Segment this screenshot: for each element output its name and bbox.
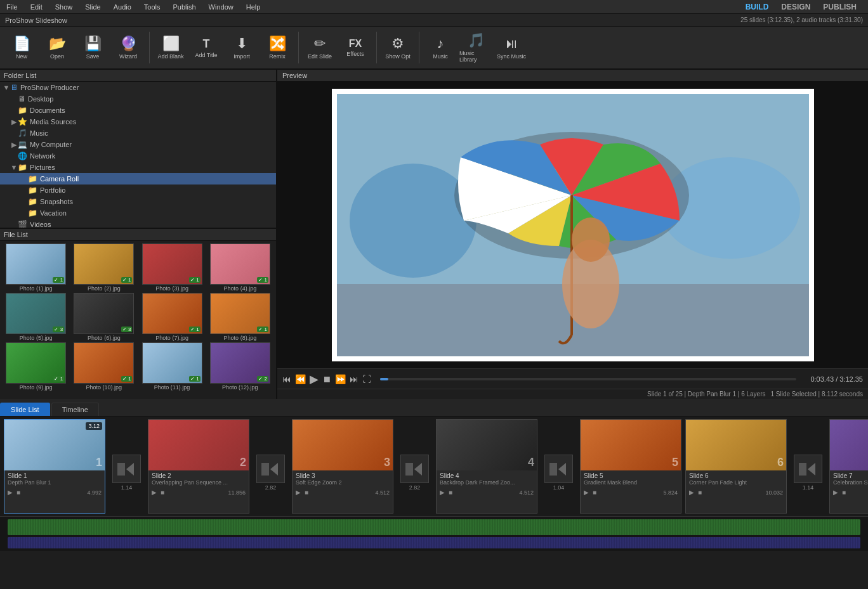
slide-stop-btn[interactable]: ■ [698,489,702,496]
menu-audio[interactable]: Audio [107,2,138,12]
file-item[interactable]: ✓ 1Photo (4).jpg [207,243,273,292]
tree-folder-icon: 💻 [18,140,27,149]
slide-play-btn[interactable]: ▶ [689,489,694,496]
slide-stop-btn[interactable]: ■ [161,489,164,496]
tree-item-label: Desktop [28,95,53,103]
progress-bar[interactable] [380,378,796,380]
slide-item-4[interactable]: 4Slide 4Backdrop Dark Framed Zoo...▶■4.5… [436,419,537,514]
play-button[interactable]: ▶ [310,372,319,386]
tree-arrow: ▼ [3,84,10,91]
design-button[interactable]: DESIGN [776,1,815,13]
slide-item-7[interactable]: 7Slide 7Celebration Singl...▶■ [829,419,868,514]
add-title-button[interactable]: T Add Title [190,29,223,66]
slide-play-btn[interactable]: ▶ [296,489,301,496]
tree-item-videos[interactable]: 🎬Videos [0,219,276,228]
file-item[interactable]: ✓ 2Photo (12).jpg [207,342,273,391]
show-opt-button[interactable]: ⚙ Show Opt [381,29,414,66]
slide-play-btn[interactable]: ▶ [152,489,157,496]
transition-item[interactable]: 2.82 [397,419,432,514]
menu-tools[interactable]: Tools [138,2,167,12]
publish-button[interactable]: PUBLISH [818,1,862,13]
tab-timeline[interactable]: Timeline [51,403,99,416]
file-item[interactable]: ✓ 1Photo (1).jpg [3,243,69,292]
save-button[interactable]: 💾 Save [76,29,109,66]
slide-item-2[interactable]: 2Slide 2Overlapping Pan Sequence ...▶■11… [148,419,249,514]
slide-stop-btn[interactable]: ■ [842,489,846,496]
slide-play-btn[interactable]: ▶ [584,489,589,496]
tree-item-desktop[interactable]: 🖥Desktop [0,93,276,105]
file-item[interactable]: ✓ 1Photo (8).jpg [207,293,273,341]
menu-publish[interactable]: Publish [167,2,202,12]
tree-item-snapshots[interactable]: 📁Snapshots [0,196,276,207]
stop-button[interactable]: ⏹ [322,374,331,384]
effects-button[interactable]: FX Effects [339,29,372,66]
music-library-button[interactable]: 🎵 Music Library [459,29,492,66]
progress-fill [380,378,388,380]
slide-stop-btn[interactable]: ■ [449,489,452,496]
build-button[interactable]: BUILD [740,1,774,13]
skip-to-end-button[interactable]: ⏭ [350,374,358,384]
tree-folder-icon: ⭐ [18,117,27,126]
tree-item-documents[interactable]: 📁Documents [0,105,276,116]
slide-stop-btn[interactable]: ■ [593,489,596,496]
add-blank-button[interactable]: ⬜ Add Blank [154,29,187,66]
slide-thumbnail: 3.121 [4,420,105,470]
slide-stop-btn[interactable]: ■ [305,489,308,496]
slide-item-1[interactable]: 3.121Slide 1Depth Pan Blur 1▶■4.992 [4,419,105,514]
transition-icon [405,460,424,479]
transition-item[interactable]: 2.82 [253,419,288,514]
slide-item-6[interactable]: 6Slide 6Corner Pan Fade Light▶■10.032 [685,419,787,514]
tree-item-my-computer[interactable]: ▶💻My Computer [0,139,276,150]
new-button[interactable]: 📄 New [5,29,38,66]
fullscreen-button[interactable]: ⛶ [362,374,371,384]
tree-item-proshow-producer[interactable]: ▼🖥ProShow Producer [0,82,276,93]
file-item[interactable]: ✓ 1Photo (10).jpg [70,342,137,391]
tree-item-label: Media Sources [30,118,76,126]
svg-marker-11 [270,463,278,476]
slide-item-5[interactable]: 5Slide 5Gradient Mask Blend▶■5.824 [580,419,681,514]
file-item[interactable]: ✓ 1Photo (11).jpg [139,342,206,391]
slide-stop-btn[interactable]: ■ [16,489,20,496]
transition-item[interactable]: 1.14 [791,419,825,514]
tree-item-vacation[interactable]: 📁Vacation [0,207,276,219]
menu-show[interactable]: Show [49,2,79,12]
tree-item-media-sources[interactable]: ▶⭐Media Sources [0,116,276,127]
step-forward-button[interactable]: ⏩ [335,374,346,384]
file-item[interactable]: ✓ 1Photo (3).jpg [139,243,206,292]
slide-item-3[interactable]: 3Slide 3Soft Edge Zoom 2▶■4.512 [292,419,393,514]
skip-to-start-button[interactable]: ⏮ [282,374,291,384]
file-item[interactable]: ✓ 1Photo (7).jpg [139,293,206,341]
transition-item[interactable]: 1.14 [109,419,144,514]
tab-slide-list[interactable]: Slide List [0,403,50,416]
import-button[interactable]: ⬇ Import [225,29,258,66]
transition-icon [117,460,136,479]
add-title-label: Add Title [195,52,217,58]
slide-list-area[interactable]: 3.121Slide 1Depth Pan Blur 1▶■4.9921.142… [0,417,868,516]
transition-item[interactable]: 1.04 [541,419,576,514]
step-back-button[interactable]: ⏪ [295,374,306,384]
tree-item-portfolio[interactable]: 📁Portfolio [0,184,276,196]
menu-slide[interactable]: Slide [79,2,107,12]
sync-music-button[interactable]: ⏯ Sync Music [495,29,528,66]
tree-item-network[interactable]: 🌐Network [0,150,276,162]
slide-play-btn[interactable]: ▶ [8,489,13,496]
file-thumbnail: ✓ 1 [6,243,66,285]
music-button[interactable]: ♪ Music [424,29,457,66]
remix-button[interactable]: 🔀 Remix [261,29,294,66]
file-item[interactable]: ✓ 3Photo (5).jpg [3,293,69,341]
menu-window[interactable]: Window [202,2,240,12]
wizard-button[interactable]: 🔮 Wizard [112,29,145,66]
open-button[interactable]: 📂 Open [41,29,74,66]
menu-help[interactable]: Help [240,2,267,12]
slide-play-btn[interactable]: ▶ [833,489,838,496]
tree-item-music[interactable]: 🎵Music [0,127,276,139]
edit-slide-button[interactable]: ✏ Edit Slide [303,29,336,66]
file-item[interactable]: ✓ 1Photo (2).jpg [70,243,137,292]
file-item[interactable]: ✓ 3Photo (6).jpg [70,293,137,341]
tree-item-pictures[interactable]: ▼📁Pictures [0,162,276,173]
menu-file[interactable]: File [0,2,24,12]
tree-item-camera-roll[interactable]: 📁Camera Roll [0,173,276,184]
menu-edit[interactable]: Edit [24,2,49,12]
file-item[interactable]: ✓ 1Photo (9).jpg [3,342,69,391]
slide-play-btn[interactable]: ▶ [440,489,445,496]
